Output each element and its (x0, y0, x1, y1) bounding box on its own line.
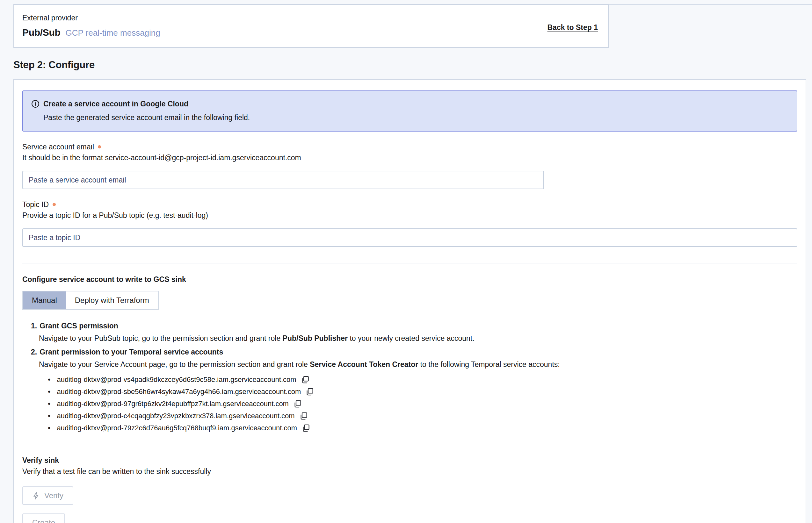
provider-summary-card: External provider Pub/Sub GCP real-time … (13, 4, 609, 48)
provider-name-row: Pub/Sub GCP real-time messaging (22, 27, 595, 38)
bullet: • (48, 410, 50, 422)
bullet: • (48, 386, 50, 398)
step-grant-temporal-permission: 2.Grant permission to your Temporal serv… (31, 347, 797, 434)
verify-sink-title: Verify sink (22, 456, 797, 465)
copy-icon[interactable] (305, 387, 314, 396)
step-number: 1. (31, 322, 37, 330)
service-account-email: auditlog-dktxv@prod-79z2c6d76au6g5fcq768… (57, 422, 297, 434)
step-title: 1.Grant GCS permission (31, 321, 797, 330)
bullet: • (48, 374, 50, 386)
back-to-step-1-link[interactable]: Back to Step 1 (547, 23, 598, 32)
copy-icon[interactable] (299, 412, 308, 420)
bullet: • (48, 422, 50, 434)
topic-id-label-text: Topic ID (22, 200, 49, 209)
step-title-text: Grant permission to your Temporal servic… (39, 348, 223, 356)
provider-card-label: External provider (22, 13, 595, 23)
topic-id-input[interactable] (22, 228, 797, 247)
copy-icon[interactable] (293, 400, 302, 408)
required-indicator (53, 203, 56, 206)
info-icon (31, 99, 43, 110)
service-account-email: auditlog-dktxv@prod-vs4padk9dkczcey6d6st… (57, 374, 296, 386)
verify-button[interactable]: Verify (22, 486, 73, 505)
section-divider (22, 263, 797, 264)
alert-body: Paste the generated service account emai… (43, 112, 789, 123)
step-body-role-name: Service Account Token Creator (310, 360, 418, 368)
service-account-email: auditlog-dktxv@prod-sbe56h6wr4sykaw47a6y… (57, 386, 301, 398)
service-account-list: • auditlog-dktxv@prod-vs4padk9dkczcey6d6… (48, 374, 797, 434)
configure-form-card: Create a service account in Google Cloud… (13, 79, 806, 523)
list-item: • auditlog-dktxv@prod-sbe56h6wr4sykaw47a… (48, 386, 797, 398)
copy-icon[interactable] (301, 424, 310, 433)
tab-manual[interactable]: Manual (23, 291, 66, 309)
step-grant-gcs-permission: 1.Grant GCS permission Navigate to your … (31, 321, 797, 343)
configure-tabs: Manual Deploy with Terraform (22, 291, 159, 310)
alert-title: Create a service account in Google Cloud (43, 99, 789, 110)
service-account-email-label-text: Service account email (22, 142, 94, 151)
step-body: Navigate to your Service Account page, g… (39, 360, 797, 369)
service-account-email-label: Service account email (22, 142, 797, 151)
create-button-row: Create (22, 505, 797, 523)
step-title-text: Grant GCS permission (39, 322, 118, 330)
info-alert: Create a service account in Google Cloud… (22, 90, 797, 131)
service-account-email: auditlog-dktxv@prod-c4cqaqgbfzy23vpzkbxz… (57, 410, 295, 422)
verify-sink-helper: Verify that a test file can be written t… (22, 467, 797, 476)
section-divider (22, 444, 797, 444)
create-button-label: Create (32, 518, 55, 523)
tab-deploy-with-terraform[interactable]: Deploy with Terraform (66, 291, 158, 309)
step-body-text: Navigate to your PubSub topic, go to the… (39, 334, 283, 342)
list-item: • auditlog-dktxv@prod-c4cqaqgbfzy23vpzkb… (48, 410, 797, 422)
required-indicator (98, 145, 101, 148)
provider-description: GCP real-time messaging (66, 28, 160, 38)
topic-id-helper: Provide a topic ID for a Pub/Sub topic (… (22, 211, 797, 220)
service-account-email-helper: It should be in the format service-accou… (22, 153, 797, 162)
step-title: 2.Grant permission to your Temporal serv… (31, 347, 797, 356)
copy-icon[interactable] (301, 376, 310, 384)
list-item: • auditlog-dktxv@prod-79z2c6d76au6g5fcq7… (48, 422, 797, 434)
provider-name: Pub/Sub (22, 27, 60, 38)
step-body: Navigate to your PubSub topic, go to the… (39, 334, 797, 343)
bullet: • (48, 398, 50, 410)
verify-button-label: Verify (44, 491, 64, 500)
service-account-email-input[interactable] (22, 171, 544, 189)
service-account-email: auditlog-dktxv@prod-97gr6tp6zkv2t4epubff… (57, 398, 289, 410)
configure-section-title: Configure service account to write to GC… (22, 275, 797, 284)
zap-icon (32, 492, 40, 500)
step-body-text: Navigate to your Service Account page, g… (39, 360, 310, 368)
topic-id-label: Topic ID (22, 200, 797, 209)
step-body-role-name: Pub/Sub Publisher (283, 334, 348, 342)
step-number: 2. (31, 348, 37, 356)
create-button[interactable]: Create (22, 513, 65, 523)
step-body-text: to the following Temporal service accoun… (418, 360, 560, 368)
list-item: • auditlog-dktxv@prod-97gr6tp6zkv2t4epub… (48, 398, 797, 410)
manual-steps: 1.Grant GCS permission Navigate to your … (22, 321, 797, 434)
page-title: Step 2: Configure (13, 59, 812, 71)
verify-button-row: Verify (22, 476, 797, 505)
step-body-text: to your newly created service account. (348, 334, 475, 342)
list-item: • auditlog-dktxv@prod-vs4padk9dkczcey6d6… (48, 374, 797, 386)
